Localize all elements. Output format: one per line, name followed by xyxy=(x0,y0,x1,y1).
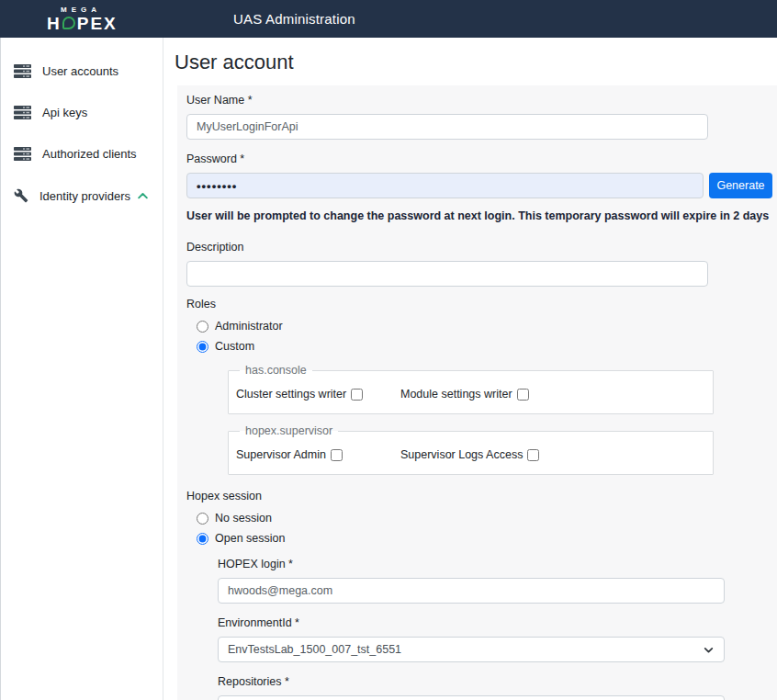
server-icon xyxy=(14,106,31,119)
checkbox-label: Supervisor Admin xyxy=(236,448,326,461)
repositories-label: Repositories * xyxy=(218,675,777,688)
open-session-fields: HOPEX login * EnvironmentId * EnvTestsLa… xyxy=(218,558,777,700)
radio-label: Custom xyxy=(215,340,254,353)
administrator-radio[interactable] xyxy=(197,321,208,333)
main-content: User account User Name * Password * Gene… xyxy=(163,38,777,700)
checkbox-row: Supervisor Admin Supervisor Logs Access xyxy=(236,448,705,461)
logo-hopex-text: HPEX xyxy=(47,15,139,32)
select-value: EnvTestsLab_1500_007_tst_6551 xyxy=(228,643,401,656)
sidebar-item-identity-providers[interactable]: Identity providers xyxy=(1,175,163,217)
hopex-login-label: HOPEX login * xyxy=(218,558,777,570)
supervisor-admin-option: Supervisor Admin xyxy=(236,448,400,461)
repositories-select[interactable]: DEMO xyxy=(218,695,725,700)
server-icon xyxy=(14,147,31,161)
checkbox-label: Supervisor Logs Access xyxy=(400,448,523,461)
open-session-radio[interactable] xyxy=(197,533,208,545)
session-option-open-session: Open session xyxy=(197,530,777,547)
hopex-login-input[interactable] xyxy=(218,578,725,604)
user-name-label: User Name * xyxy=(186,94,777,107)
password-label: Password * xyxy=(186,152,777,165)
environmentid-label: EnvironmentId * xyxy=(218,616,777,629)
app-title: UAS Administration xyxy=(233,11,355,27)
server-icon xyxy=(14,64,31,78)
role-option-custom: Custom xyxy=(197,338,777,355)
checkbox-label: Module settings writer xyxy=(400,388,512,401)
sidebar-item-label: Identity providers xyxy=(39,189,130,203)
password-input[interactable] xyxy=(186,173,704,198)
role-option-administrator: Administrator xyxy=(197,318,777,334)
supervisor-logs-access-option: Supervisor Logs Access xyxy=(400,448,565,461)
sidebar-item-label: Api keys xyxy=(42,106,87,119)
logo-mega-text: MEGA xyxy=(61,6,139,14)
cluster-settings-writer-checkbox[interactable] xyxy=(351,389,363,401)
sidebar-item-authorized-clients[interactable]: Authorized clients xyxy=(1,133,163,175)
supervisor-admin-checkbox[interactable] xyxy=(331,449,343,461)
password-expiry-notice: User will be prompted to change the pass… xyxy=(186,209,777,222)
mega-hopex-logo: MEGA HPEX xyxy=(47,6,139,32)
cluster-settings-writer-option: Cluster settings writer xyxy=(236,388,400,401)
hopex-o-icon xyxy=(62,17,75,29)
supervisor-logs-access-checkbox[interactable] xyxy=(527,449,539,461)
user-account-form: User Name * Password * Generate User wil… xyxy=(177,85,777,700)
checkbox-label: Cluster settings writer xyxy=(236,388,346,401)
sidebar-item-label: User accounts xyxy=(42,64,118,78)
sidebar: User accounts Api keys xyxy=(0,38,163,700)
checkbox-row: Cluster settings writer Module settings … xyxy=(236,388,705,401)
module-settings-writer-checkbox[interactable] xyxy=(517,389,529,401)
sidebar-item-api-keys[interactable]: Api keys xyxy=(1,92,163,133)
environmentid-select[interactable]: EnvTestsLab_1500_007_tst_6551 xyxy=(218,637,725,662)
radio-label: No session xyxy=(215,512,272,525)
hopex-session-label: Hopex session xyxy=(186,490,777,502)
hopex-supervisor-group: hopex.supervisor Supervisor Admin Superv… xyxy=(228,424,714,475)
description-input[interactable] xyxy=(186,261,708,287)
sidebar-item-user-accounts[interactable]: User accounts xyxy=(1,51,163,92)
session-option-no-session: No session xyxy=(197,510,777,526)
password-row: Generate xyxy=(186,173,777,198)
radio-label: Open session xyxy=(215,532,285,545)
wrench-icon xyxy=(14,188,28,203)
chevron-up-icon xyxy=(136,189,150,203)
app-header: MEGA HPEX UAS Administration xyxy=(0,0,777,38)
sidebar-item-label: Authorized clients xyxy=(42,147,137,161)
generate-password-button[interactable]: Generate xyxy=(709,173,772,198)
page-title: User account xyxy=(175,51,777,74)
hopex-supervisor-legend: hopex.supervisor xyxy=(240,424,338,437)
radio-label: Administrator xyxy=(215,320,283,333)
description-label: Description xyxy=(186,241,777,254)
user-name-input[interactable] xyxy=(186,114,708,140)
module-settings-writer-option: Module settings writer xyxy=(400,388,565,401)
roles-label: Roles xyxy=(186,298,777,310)
no-session-radio[interactable] xyxy=(197,513,208,525)
has-console-group: has.console Cluster settings writer Modu… xyxy=(228,364,714,414)
chevron-down-icon xyxy=(703,644,715,656)
has-console-legend: has.console xyxy=(240,364,312,377)
custom-radio[interactable] xyxy=(197,341,208,353)
